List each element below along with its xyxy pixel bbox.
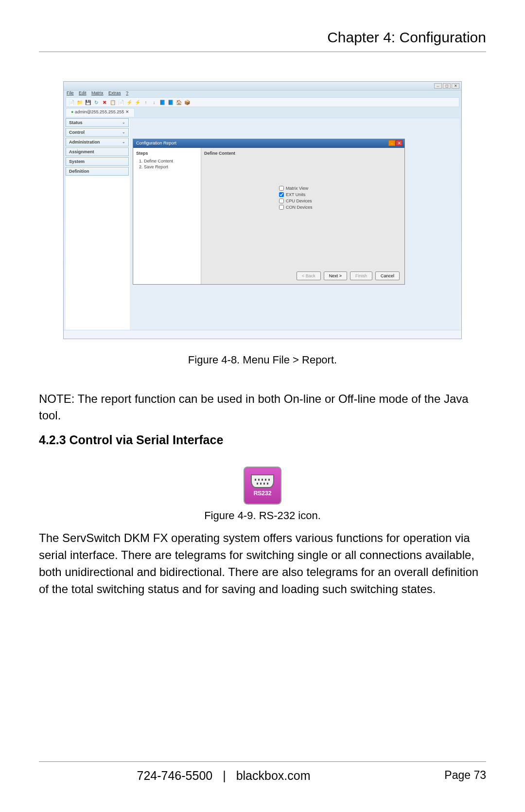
checkbox[interactable]	[279, 186, 284, 191]
dialog-close-icon[interactable]: ✕	[396, 140, 402, 146]
connection-tab[interactable]: ● admin@255.255.255.255 ✕	[66, 108, 135, 117]
down-icon[interactable]: ↓	[151, 99, 158, 106]
chevron-down-icon: ⌄	[122, 130, 125, 135]
figure-caption-1: Figure 4-8. Menu File > Report.	[39, 354, 486, 366]
note-text: NOTE: The report function can be used in…	[39, 391, 486, 423]
checkbox[interactable]	[279, 205, 284, 210]
checkbox[interactable]	[279, 192, 284, 197]
dialog-content-panel: Define Content Matrix View EXT Units CPU…	[201, 148, 404, 284]
window-titlebar: – ◻ ✕	[64, 82, 461, 90]
footer-site: blackbox.com	[236, 769, 311, 782]
sidebar-item-label: Control	[69, 130, 85, 135]
sidebar-item-label: Definition	[69, 169, 89, 174]
page-number: Page 73	[408, 769, 486, 783]
maximize-icon[interactable]: ◻	[443, 83, 451, 89]
connect-icon[interactable]: ⚡	[126, 99, 133, 106]
step-item: Save Report	[144, 164, 198, 169]
app-screenshot: – ◻ ✕ File Edit Matrix Extras ? 📄 📁 💾 ↻ …	[63, 81, 462, 339]
body-paragraph: The ServSwitch DKM FX operating system o…	[39, 530, 486, 597]
tab-bar: ● admin@255.255.255.255 ✕	[66, 108, 459, 117]
chevron-down-icon: ⌄	[122, 140, 125, 144]
content-header: Define Content	[204, 151, 402, 156]
page-footer: 724-746-5500 | blackbox.com Page 73	[39, 761, 486, 783]
sidebar-item-assignment[interactable]: Assignment	[66, 147, 129, 156]
footer-phone: 724-746-5500	[137, 769, 213, 782]
statusbar	[64, 330, 461, 339]
main-area: Configuration Report – ✕ Steps Define Co…	[130, 118, 459, 337]
disconnect-icon[interactable]: ⚡	[134, 99, 141, 106]
delete-icon[interactable]: ✖	[101, 99, 108, 106]
rs232-icon: RS232	[244, 467, 281, 505]
home-icon[interactable]: 🏠	[175, 99, 182, 106]
copy-icon[interactable]: 📋	[109, 99, 116, 106]
rs232-label: RS232	[254, 490, 272, 497]
doc-icon[interactable]: 📘	[159, 99, 166, 106]
paste-icon[interactable]: 📄	[118, 99, 124, 106]
page-header: Chapter 4: Configuration	[39, 29, 486, 52]
tab-label: admin@255.255.255.255	[75, 109, 124, 114]
dialog-title: Configuration Report	[136, 141, 176, 145]
content-checkboxes: Matrix View EXT Units CPU Devices CON De…	[279, 186, 313, 211]
sidebar-item-definition[interactable]: Definition	[66, 167, 129, 176]
separator: |	[223, 769, 226, 782]
finish-button[interactable]: Finish	[350, 271, 372, 280]
sidebar-item-label: Status	[69, 120, 83, 125]
menu-file[interactable]: File	[67, 90, 74, 95]
footer-center: 724-746-5500 | blackbox.com	[39, 769, 408, 783]
cancel-button[interactable]: Cancel	[375, 271, 400, 280]
menu-help[interactable]: ?	[126, 90, 128, 95]
menubar: File Edit Matrix Extras ?	[67, 90, 132, 95]
check-matrix-view[interactable]: Matrix View	[279, 186, 313, 191]
settings-icon[interactable]: 📦	[184, 99, 191, 106]
sidebar: Status⌄ Control⌄ Administration⌄ Assignm…	[66, 118, 129, 337]
check-label: EXT Units	[286, 192, 305, 197]
menu-matrix[interactable]: Matrix	[91, 90, 104, 95]
steps-header: Steps	[136, 151, 198, 156]
sidebar-item-label: Assignment	[69, 149, 94, 154]
sidebar-item-administration[interactable]: Administration⌄	[66, 138, 129, 146]
save-icon[interactable]: 💾	[85, 99, 91, 106]
step-item: Define Content	[144, 159, 198, 163]
doc2-icon[interactable]: 📘	[167, 99, 174, 106]
chevron-down-icon: ⌄	[122, 120, 125, 125]
folder-icon[interactable]: 📁	[76, 99, 83, 106]
close-icon[interactable]: ✕	[452, 83, 459, 89]
checkbox[interactable]	[279, 198, 284, 203]
sidebar-item-label: Administration	[69, 140, 100, 144]
serial-port-icon	[251, 474, 274, 488]
figure-caption-2: Figure 4-9. RS-232 icon.	[39, 509, 486, 522]
dialog-titlebar: Configuration Report – ✕	[133, 139, 404, 148]
tab-close-icon[interactable]: ✕	[125, 109, 129, 114]
dialog-steps-panel: Steps Define Content Save Report	[133, 148, 201, 284]
check-cpu-devices[interactable]: CPU Devices	[279, 198, 313, 203]
sidebar-item-system[interactable]: System	[66, 157, 129, 166]
sidebar-item-control[interactable]: Control⌄	[66, 128, 129, 137]
new-icon[interactable]: 📄	[68, 99, 75, 106]
window-buttons: – ◻ ✕	[434, 83, 459, 89]
menu-extras[interactable]: Extras	[108, 90, 121, 95]
back-button[interactable]: < Back	[297, 271, 321, 280]
sidebar-item-status[interactable]: Status⌄	[66, 118, 129, 127]
section-heading: 4.2.3 Control via Serial Interface	[39, 433, 486, 447]
check-label: CON Devices	[286, 205, 313, 210]
check-label: Matrix View	[286, 186, 308, 191]
sidebar-item-label: System	[69, 159, 85, 164]
minimize-icon[interactable]: –	[434, 83, 442, 89]
dialog-button-row: < Back Next > Finish Cancel	[297, 271, 400, 280]
config-report-dialog: Configuration Report – ✕ Steps Define Co…	[133, 139, 405, 285]
dialog-minimize-icon[interactable]: –	[388, 140, 395, 146]
chapter-title: Chapter 4: Configuration	[327, 29, 486, 45]
check-ext-units[interactable]: EXT Units	[279, 192, 313, 197]
menu-edit[interactable]: Edit	[79, 90, 87, 95]
app-body: Status⌄ Control⌄ Administration⌄ Assignm…	[66, 118, 459, 337]
refresh-icon[interactable]: ↻	[93, 99, 100, 106]
toolbar: 📄 📁 💾 ↻ ✖ 📋 📄 ⚡ ⚡ ↑ ↓ 📘 📘 🏠 📦	[66, 97, 459, 107]
next-button[interactable]: Next >	[324, 271, 347, 280]
check-con-devices[interactable]: CON Devices	[279, 205, 313, 210]
up-icon[interactable]: ↑	[142, 99, 149, 106]
check-label: CPU Devices	[286, 198, 312, 203]
